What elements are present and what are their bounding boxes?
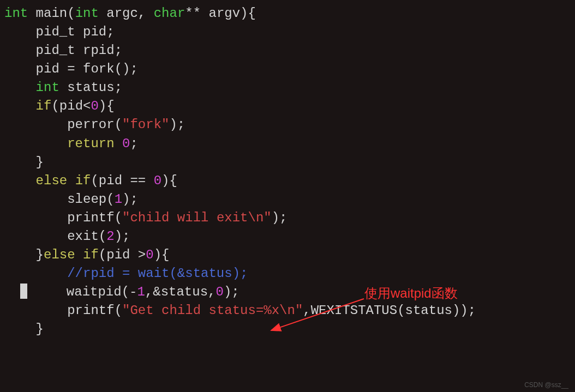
code-line: } — [0, 153, 575, 172]
watermark: CSDN @ssz__ — [524, 381, 568, 389]
annotation-label: 使用waitpid函数 — [364, 285, 458, 302]
code-line: else if(pid == 0){ — [0, 172, 575, 190]
code-line: perror("fork"); — [0, 116, 575, 134]
code-line: //rpid = wait(&status); — [0, 264, 575, 283]
code-line: printf("child will exit\n"); — [0, 209, 575, 227]
code-line: int status; — [0, 79, 575, 97]
code-line: }else if(pid >0){ — [0, 246, 575, 264]
text-cursor — [20, 284, 27, 299]
code-editor[interactable]: int main(int argc, char** argv){ pid_t p… — [0, 4, 575, 339]
code-line: } — [0, 320, 575, 339]
code-line: int main(int argc, char** argv){ — [0, 4, 575, 23]
code-line: printf("Get child status=%x\n",WEXITSTAT… — [0, 301, 575, 320]
code-line: sleep(1); — [0, 190, 575, 209]
code-line: if(pid<0){ — [0, 97, 575, 116]
code-line: waitpid(-1,&status,0); — [0, 283, 575, 301]
code-line: pid_t rpid; — [0, 41, 575, 60]
code-line: return 0; — [0, 135, 575, 153]
code-line: pid_t pid; — [0, 23, 575, 41]
code-line: pid = fork(); — [0, 60, 575, 79]
type-keyword: int — [4, 6, 28, 21]
code-line: exit(2); — [0, 227, 575, 246]
